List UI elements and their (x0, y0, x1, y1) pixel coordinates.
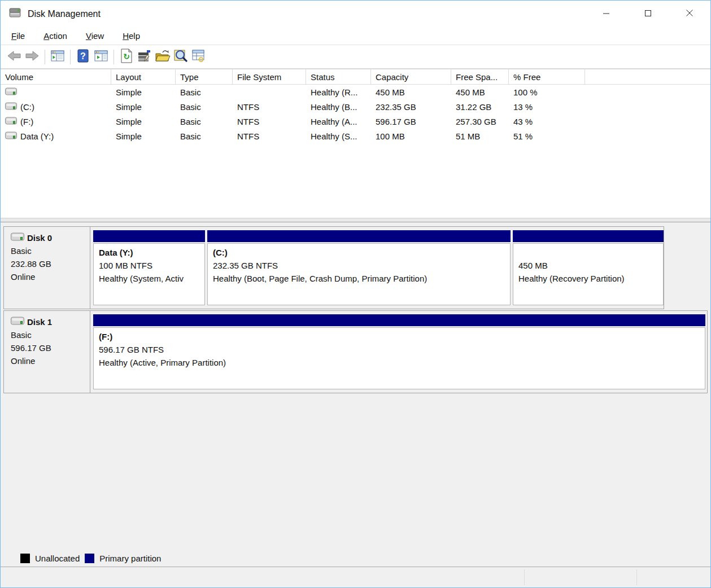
partition-color-bar (93, 314, 705, 326)
menubar: File Action View Help (1, 27, 710, 45)
volume-layout: Simple (111, 102, 176, 112)
toolbar: ? ↻ (1, 45, 710, 69)
minimize-icon (603, 9, 610, 19)
volume-status: Healthy (R... (306, 87, 371, 97)
maximize-icon (644, 9, 652, 19)
disk-status: Online (11, 354, 90, 367)
volume-file-system: NTFS (233, 131, 306, 141)
statusbar-divider (636, 569, 637, 585)
primary-partition-color-swatch (85, 554, 94, 563)
volume-free-space: 450 MB (451, 87, 509, 97)
volume-free-space: 31.22 GB (451, 102, 509, 112)
search-button[interactable] (172, 49, 190, 65)
titlebar: Disk Management (1, 1, 710, 27)
column-header-empty (585, 69, 710, 84)
volume-type: Basic (176, 102, 233, 112)
volume-free-space: 51 MB (451, 131, 509, 141)
settings-icon: ⚙ (191, 49, 206, 64)
column-header-file-system[interactable]: File System (233, 69, 306, 84)
volume-file-system: NTFS (233, 117, 306, 126)
settings-button[interactable]: ⚙ (190, 49, 208, 65)
open-button[interactable] (154, 49, 172, 65)
partition-status: Healthy (Recovery Partition) (518, 272, 663, 285)
volume-row[interactable]: (C:) Simple Basic NTFS Healthy (B... 232… (1, 99, 710, 114)
statusbar (1, 567, 710, 587)
show-action-pane-button[interactable] (92, 49, 110, 65)
partition-f[interactable]: (F:) 596.17 GB NTFS Healthy (Active, Pri… (93, 314, 705, 389)
column-header-layout[interactable]: Layout (111, 69, 176, 84)
menu-file[interactable]: File (6, 29, 30, 43)
volume-pct-free: 100 % (509, 87, 585, 97)
menu-help[interactable]: Help (117, 29, 145, 43)
volume-capacity: 450 MB (371, 87, 451, 97)
disk1-partitions: (F:) 596.17 GB NTFS Healthy (Active, Pri… (90, 311, 705, 393)
refresh-button[interactable]: ↻ (117, 49, 136, 65)
disk-row-disk0: Disk 0 Basic 232.88 GB Online Data (Y:) … (3, 226, 664, 309)
disk0-partitions: Data (Y:) 100 MB NTFS Healthy (System, A… (90, 227, 664, 309)
toolbar-separator (45, 50, 45, 64)
volume-layout: Simple (111, 131, 176, 141)
volume-capacity: 100 MB (371, 131, 451, 141)
column-header-volume[interactable]: Volume (1, 69, 111, 84)
column-header-pct-free[interactable]: % Free (509, 69, 585, 84)
disk-icon (11, 317, 24, 327)
volume-name: (F:) (20, 117, 33, 126)
volume-status: Healthy (A... (306, 117, 371, 126)
legend: Unallocated Primary partition (20, 554, 161, 563)
partition-data-y[interactable]: Data (Y:) 100 MB NTFS Healthy (System, A… (93, 230, 205, 305)
partition-recovery[interactable]: 450 MB Healthy (Recovery Partition) (513, 230, 664, 305)
disk-type: Basic (11, 328, 90, 341)
partition-label: Data (Y:) (99, 246, 204, 259)
disk-management-window: Disk Management File Action View He (0, 0, 711, 588)
volume-type: Basic (176, 117, 233, 126)
volume-layout: Simple (111, 117, 176, 126)
volume-pct-free: 43 % (509, 117, 585, 126)
minimize-button[interactable] (585, 1, 627, 27)
column-header-capacity[interactable]: Capacity (371, 69, 451, 84)
show-action-pane-icon (94, 50, 108, 64)
legend-label: Primary partition (99, 554, 161, 563)
volume-layout: Simple (111, 87, 176, 97)
column-header-status[interactable]: Status (306, 69, 371, 84)
pane-splitter[interactable] (1, 218, 710, 222)
partition-c[interactable]: (C:) 232.35 GB NTFS Healthy (Boot, Page … (207, 230, 511, 305)
partition-status: Healthy (System, Activ (99, 272, 204, 285)
legend-item-unallocated: Unallocated (20, 554, 80, 563)
volume-row[interactable]: (F:) Simple Basic NTFS Healthy (A... 596… (1, 114, 710, 129)
back-button[interactable] (5, 49, 23, 65)
disk-size: 232.88 GB (11, 257, 90, 270)
column-header-free-space[interactable]: Free Spa... (451, 69, 509, 84)
partition-label: (F:) (99, 330, 705, 343)
volume-file-system: NTFS (233, 102, 306, 112)
partition-status: Healthy (Boot, Page File, Crash Dump, Pr… (213, 272, 510, 285)
forward-button[interactable] (23, 49, 41, 65)
help-icon: ? (77, 49, 89, 64)
volume-list-header: Volume Layout Type File System Status Ca… (1, 69, 710, 85)
show-console-tree-button[interactable] (49, 49, 67, 65)
forward-icon (25, 50, 40, 63)
menu-action[interactable]: Action (38, 29, 72, 43)
svg-text:↻: ↻ (123, 52, 130, 61)
disk1-label-panel[interactable]: Disk 1 Basic 596.17 GB Online (4, 311, 90, 393)
volume-name: Data (Y:) (20, 131, 54, 141)
back-icon (7, 50, 21, 63)
disk0-label-panel[interactable]: Disk 0 Basic 232.88 GB Online (4, 227, 90, 309)
volume-name: (C:) (20, 102, 34, 112)
column-header-type[interactable]: Type (176, 69, 233, 84)
partition-label: (C:) (213, 246, 510, 259)
disk-properties-button[interactable] (136, 49, 154, 65)
maximize-button[interactable] (627, 1, 669, 27)
app-icon (8, 6, 22, 21)
volume-row[interactable]: Simple Basic Healthy (R... 450 MB 450 MB… (1, 85, 710, 99)
volume-drive-icon (5, 117, 17, 126)
open-icon (155, 49, 171, 64)
close-button[interactable] (669, 1, 710, 27)
legend-label: Unallocated (35, 554, 80, 563)
volume-row[interactable]: Data (Y:) Simple Basic NTFS Healthy (S..… (1, 129, 710, 143)
help-button[interactable]: ? (74, 49, 92, 65)
statusbar-divider (524, 569, 525, 585)
disk-icon (11, 232, 24, 243)
disk-row-disk1: Disk 1 Basic 596.17 GB Online (F:) 596.1… (3, 310, 708, 393)
volume-capacity: 232.35 GB (371, 102, 451, 112)
menu-view[interactable]: View (81, 29, 109, 43)
